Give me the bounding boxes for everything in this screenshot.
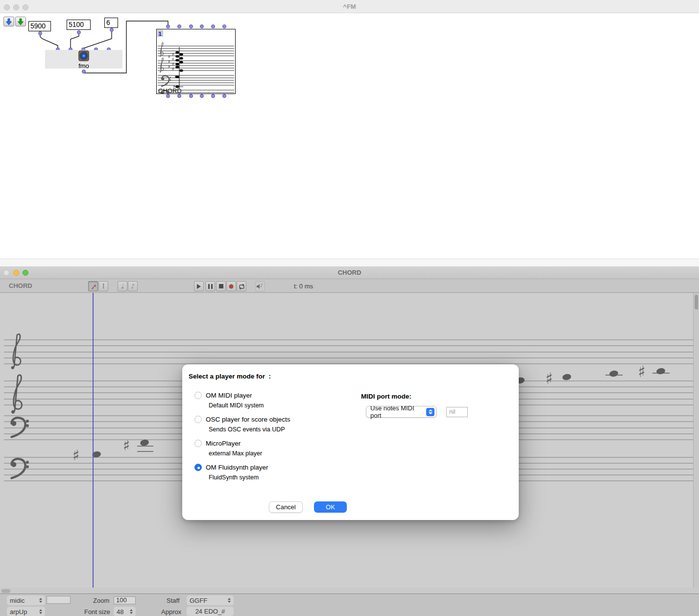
option-om-midi-player[interactable]: OM MIDI player Default MIDI system [194,391,290,409]
player-mode-dialog: Select a player mode for : OM MIDI playe… [182,364,519,520]
radio-button-selected[interactable] [194,464,202,471]
option-om-fluidsynth-player[interactable]: OM Fluidsynth player FluidSynth system [194,463,290,481]
value-field[interactable] [47,596,71,604]
fmo-object-box[interactable]: fmo [45,50,122,69]
arp-mode-value: arpUp [10,608,27,616]
chord-object-box[interactable]: 1 [156,29,236,94]
option-label: OM Fluidsynth player [206,464,268,471]
arrow-cursor-icon [90,283,96,290]
number-box-6[interactable]: 6 [104,18,118,28]
stop-button[interactable] [216,281,226,291]
fmo-icon [78,50,89,61]
blue-down-arrow-icon [5,18,12,25]
svg-text:♯: ♯ [172,57,174,62]
chord-editor-window: CHORD CHORD I ♩ ♪ [0,266,699,616]
midi-port-mode-label: MIDI port mode: [361,393,411,400]
vertical-scrollbar-thumb[interactable] [695,295,698,309]
option-label: OM MIDI player [206,392,252,399]
horizontal-scrollbar-thumb[interactable] [1,589,10,593]
ibeam-icon: I [102,283,105,290]
patch-window-fm: ^FM [0,0,699,266]
editor-object-label: CHORD [9,282,32,289]
eighth-note-icon: ♪ [131,283,135,290]
pause-icon [208,284,213,289]
svg-text:♯: ♯ [168,54,170,59]
play-icon [196,284,201,289]
chord-box-index: 1 [159,31,162,37]
window-title: ^FM [0,3,699,10]
play-button[interactable] [194,281,204,291]
approx-button[interactable]: 24 EDO_# [187,607,234,616]
staff-value: GGFF [190,597,207,604]
number-box-5900[interactable]: 5900 [28,21,51,31]
zoom-field[interactable]: 100 [114,596,136,604]
stop-icon [219,284,223,288]
horizontal-scrollbar[interactable] [0,588,699,594]
font-size-label: Font size [84,608,110,616]
editor-bottom-bar: midic Zoom 100 Staff GGFF arpUp Font siz… [0,594,699,616]
option-description: Sends OSC events via UDP [209,426,290,433]
svg-text:♯: ♯ [545,369,553,388]
radio-button[interactable] [194,440,202,447]
zoom-label: Zoom [93,597,109,604]
option-microplayer[interactable]: MicroPlayer external Max player [194,439,290,457]
patch-scroll-strip[interactable] [0,259,699,266]
record-button[interactable] [226,281,236,291]
window-title: CHORD [0,269,699,276]
svg-text:♯: ♯ [172,52,174,57]
fmo-label: fmo [45,63,122,69]
number-box-5100[interactable]: 5100 [67,20,91,30]
option-label: MicroPlayer [206,440,241,447]
select-tool-button[interactable] [88,281,98,291]
score-editor-area[interactable]: ♯ ♯ ♯ ♯ Select a player mode for [0,293,699,588]
midi-port-select-value: Use notes MIDI port [370,404,426,419]
pause-button[interactable] [205,281,215,291]
font-size-value: 48 [117,608,123,616]
font-size-stepper[interactable]: 48 [114,607,136,616]
patch-titlebar: ^FM [0,0,699,13]
staff-select[interactable]: GGFF [187,595,234,605]
arp-mode-select[interactable]: arpUp [7,607,45,616]
text-tool-button[interactable]: I [98,281,108,291]
svg-text:♯: ♯ [174,74,176,79]
eval-button[interactable] [3,17,14,26]
select-stepper-icon [426,408,434,416]
player-options: OM MIDI player Default MIDI system OSC p… [194,391,290,487]
speaker-note-icon: ♪ [256,283,264,290]
save-eval-button[interactable] [15,17,26,26]
audio-monitor-button[interactable]: ♪ [255,281,265,291]
stepper-icon [130,609,133,614]
select-stepper-icon [228,598,231,603]
loop-icon [238,284,245,289]
vertical-scrollbar[interactable] [693,293,699,588]
record-icon [229,284,234,289]
midi-port-mode-select[interactable]: Use notes MIDI port [366,406,436,418]
chord-box-label: CHORD [158,87,182,94]
quarter-note-icon: ♩ [121,283,124,290]
rhythm-tool-button[interactable]: ♪ [128,281,138,291]
staff-label: Staff [167,597,180,604]
select-stepper-icon [39,598,42,603]
green-down-arrow-icon [17,18,24,25]
note-tool-button[interactable]: ♩ [118,281,127,291]
midi-port-field[interactable]: nil [446,407,468,417]
option-osc-player[interactable]: OSC player for score objects Sends OSC e… [194,415,290,433]
option-description: external Max player [209,450,290,457]
pitch-mode-select[interactable]: midic [7,595,45,605]
radio-button[interactable] [194,416,202,423]
svg-text:♯: ♯ [638,362,645,381]
cancel-button[interactable]: Cancel [269,501,303,513]
ok-button[interactable]: OK [314,501,347,513]
chord-titlebar: CHORD [0,266,699,279]
patch-canvas[interactable]: 5900 5100 6 fmo 1 [0,13,699,259]
loop-button[interactable] [237,281,246,291]
radio-button[interactable] [194,392,202,399]
option-description: FluidSynth system [209,474,290,481]
svg-text:♯: ♯ [172,67,174,71]
approx-label: Approx [161,608,181,616]
playback-cursor[interactable] [93,293,94,588]
time-display: t: 0 ms [294,283,313,290]
chord-toolbar: CHORD I ♩ ♪ [0,279,699,293]
option-label: OSC player for score objects [206,416,290,423]
svg-text:♯: ♯ [123,437,130,454]
